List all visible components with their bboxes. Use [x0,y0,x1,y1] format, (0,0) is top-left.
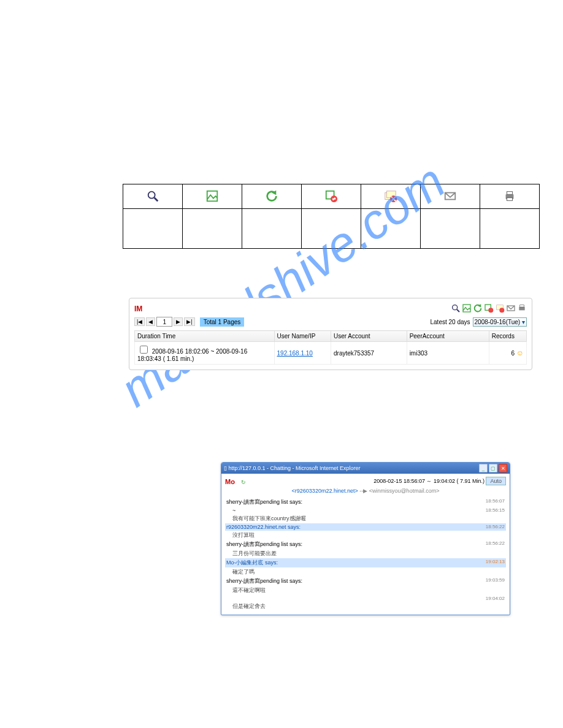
svg-point-22 [488,308,493,313]
col-peeraccount: PeerAccount [407,331,489,342]
image-label [183,209,242,249]
im-toolbar [451,303,527,314]
chat-message-row: 19:04:02 [225,595,506,602]
emoji-icon[interactable]: ☺ [516,349,524,357]
chat-mo-label: Mo [225,478,235,485]
chat-message-time: 19:02:13 [486,559,505,567]
chat-time-range: 2008-02-15 18:56:07 ～ 19:04:02 ( 7.91 Mi… [373,478,484,484]
svg-rect-27 [520,305,524,307]
toolbar-icon-table [123,184,540,249]
chat-addresses: <r92603320m22.hinet.net> --▶ <winmissyou… [225,488,506,494]
chat-message-text: 沒打算啦 [226,531,255,539]
chat-message-row: 確定了嗎 [225,567,506,577]
svg-rect-26 [519,307,524,310]
delete-all-icon[interactable] [361,184,421,209]
chat-message-row: ~18:56:15 [225,507,506,514]
chat-message-row: 我有可能下班來country感謝喔 [225,514,506,523]
svg-rect-15 [507,191,512,194]
col-duration: Duration Time [135,331,275,342]
row-peeraccount: imi303 [407,342,489,365]
chat-message-text: r92603320m22.hinet.net says: [226,524,301,530]
latest-label: Latest 20 days [430,319,470,325]
chat-messages: sherry-讀書寫pending list says:18:56:07~18:… [225,498,506,611]
pager-first[interactable]: |◀ [134,317,145,326]
chat-message-text: 三月份可能要出差 [226,550,277,558]
refresh-icon[interactable] [242,184,302,209]
chat-message-time: 18:56:22 [486,540,505,548]
pager-total: Total 1 Pages [200,317,245,327]
im-data-table: Duration Time User Name/IP User Account … [134,330,527,365]
minimize-button[interactable]: _ [479,464,488,472]
pager-last[interactable]: ▶| [184,317,194,326]
pager-next[interactable]: ▶ [174,317,183,326]
row-checkbox[interactable] [140,346,148,354]
search-label [123,209,183,249]
col-records: Records [489,331,526,342]
chat-message-row: 三月份可能要出差 [225,549,506,558]
chat-message-row: sherry-讀書寫pending list says:19:03:59 [225,577,506,586]
chat-message-time: 19:03:59 [486,577,505,585]
delete-all-icon[interactable] [495,303,505,314]
im-panel: IM |◀ ◀ ▶ ▶| Total 1 Pages Latest 2 [129,298,532,370]
chat-message-text: 確定了嗎 [226,568,255,576]
chat-message-text: sherry-讀書寫pending list says: [226,540,302,548]
delall-label [361,209,421,249]
row-duration: 2008-09-16 18:02:06 ~ 2008-09-16 18:03:4… [137,348,247,362]
search-icon[interactable] [451,303,461,314]
chat-refresh-icon[interactable]: ↻ [241,479,246,485]
chat-message-time: 19:04:02 [486,596,505,601]
chat-message-row: 沒打算啦 [225,531,506,540]
chat-addr-from: <r92603320m22.hinet.net> [292,488,358,494]
close-button[interactable]: ✕ [499,464,507,472]
search-icon[interactable] [123,184,183,209]
print-icon[interactable] [517,303,527,314]
col-useraccount: User Account [331,331,407,342]
print-label [480,209,540,249]
mail-label [421,209,480,249]
chat-message-text: 還不確定啊啦 [226,586,266,594]
chat-message-text: sherry-讀書寫pending list says: [226,498,302,506]
chat-message-row: sherry-讀書寫pending list says:18:56:07 [225,498,506,507]
chat-title-text: http://127.0.0.1 - Chatting - Microsoft … [229,465,361,471]
mail-icon[interactable] [506,303,516,314]
table-row[interactable]: 2008-09-16 18:02:06 ~ 2008-09-16 18:03:4… [135,342,527,365]
pager-prev[interactable]: ◀ [146,317,155,326]
chat-message-text: Mo-小編集封底 says: [226,559,278,567]
delete-selected-icon[interactable] [484,303,494,314]
pager-page-input[interactable] [156,317,172,327]
chat-window: ▯ http://127.0.0.1 - Chatting - Microsof… [221,462,510,615]
ie-page-icon: ▯ [224,465,227,471]
chat-message-time: 18:56:22 [486,524,505,530]
row-records-count: 6 [511,350,515,357]
refresh-icon[interactable] [473,303,483,314]
chat-message-row: r92603320m22.hinet.net says:18:56:22 [225,523,506,531]
chat-message-text: 我有可能下班來country感謝喔 [226,515,306,523]
svg-line-18 [457,309,459,312]
chat-message-row: sherry-讀書寫pending list says:18:56:22 [225,540,506,549]
chat-auto-button[interactable]: Auto [486,477,506,485]
image-icon[interactable] [462,303,472,314]
chat-message-text: ~ [226,507,236,514]
print-icon[interactable] [480,184,540,209]
col-username: User Name/IP [274,331,331,342]
delete-selected-icon[interactable] [302,184,361,209]
mail-icon[interactable] [421,184,480,209]
chat-message-row: 還不確定啊啦 [225,586,506,595]
maximize-button[interactable]: ▢ [489,464,497,472]
chat-message-text: 但是確定會去 [226,602,266,610]
row-ip-link[interactable]: 192.168.1.10 [277,350,313,357]
svg-point-24 [499,308,504,313]
delsel-label [302,209,361,249]
chat-addr-to: <winmissyou@hotmail.com> [369,488,440,494]
svg-point-17 [453,305,458,310]
svg-rect-16 [507,197,512,200]
chat-titlebar[interactable]: ▯ http://127.0.0.1 - Chatting - Microsof… [221,463,510,474]
image-icon[interactable] [183,184,242,209]
chat-message-time: 18:56:07 [486,498,505,506]
latest-date-select[interactable]: 2008-09-16(Tue) ▾ [473,317,527,327]
chat-message-row: 但是確定會去 [225,602,506,611]
chat-message-text: sherry-讀書寫pending list says: [226,577,302,585]
chevron-down-icon: ▾ [522,319,525,325]
svg-line-1 [155,197,158,201]
im-title: IM [134,305,142,313]
